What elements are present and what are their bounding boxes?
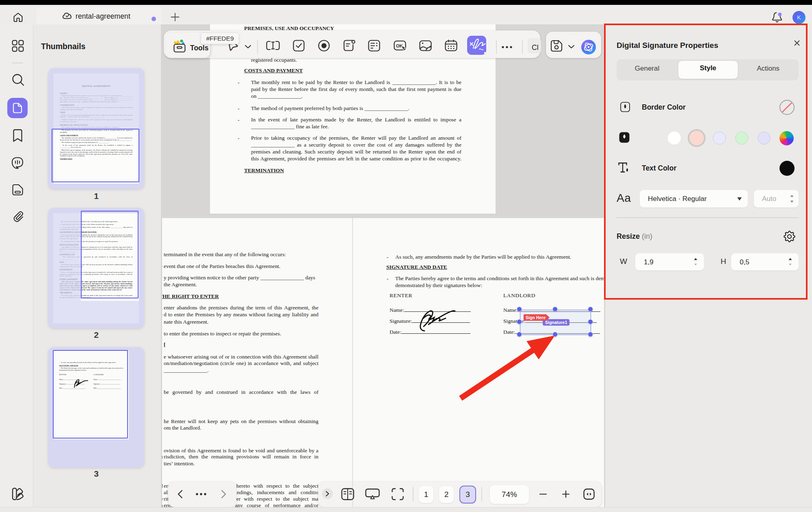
svg-text:Tools: Tools [190, 44, 209, 52]
svg-text:Cl: Cl [532, 43, 539, 52]
